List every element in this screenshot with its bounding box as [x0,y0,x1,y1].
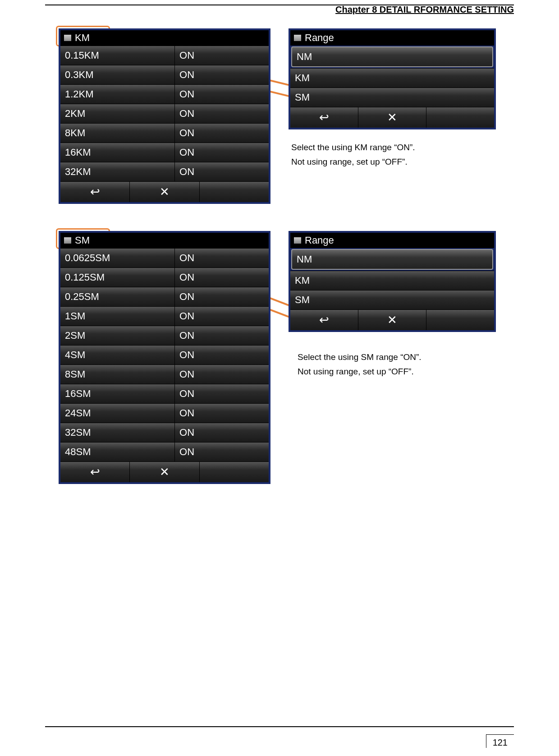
back-button[interactable]: ↩ [60,462,130,482]
back-icon: ↩ [90,185,100,199]
flag-icon [64,237,71,244]
range-value: ON [175,384,269,403]
range-unit-label: KM [290,271,494,290]
range-row[interactable]: 0.25SMON [60,287,269,306]
back-button[interactable]: ↩ [290,107,358,128]
panel-range-1: Range NMKMSM ↩ ✕ [289,28,496,129]
close-button[interactable]: ✕ [130,182,199,202]
panel-sm-ranges: SM 0.0625SMON0.125SMON0.25SMON1SMON2SMON… [59,231,270,484]
nav-empty [426,107,494,128]
range-row[interactable]: 4SMON [60,345,269,364]
desc-km: Select the using KM range “ON”. Not usin… [289,140,514,170]
range-label: 24SM [60,404,175,423]
range-unit-item[interactable]: NM [291,46,493,67]
footer-rule [45,726,514,727]
range-value: ON [175,365,269,384]
range-unit-item[interactable]: SM [290,88,494,107]
range-label: 1SM [60,307,175,326]
panel-range-2-title-text: Range [305,235,334,246]
range-label: 0.125SM [60,268,175,287]
range-label: 16KM [60,143,175,162]
range-value: ON [175,346,269,364]
range-value: ON [175,249,269,267]
close-button[interactable]: ✕ [358,310,426,330]
range-label: 32KM [60,162,175,181]
range-label: 8SM [60,365,175,384]
back-button[interactable]: ↩ [60,182,130,202]
section-km: KM 0.15KMON0.3KMON1.2KMON2KMON8KMON16KMO… [59,28,514,204]
range-row[interactable]: 1SMON [60,306,269,326]
desc-sm: Select the using SM range “ON”. Not usin… [289,350,514,379]
range-unit-label: KM [290,69,494,88]
range-unit-item[interactable]: SM [290,290,494,309]
range-value: ON [175,404,269,423]
close-button[interactable]: ✕ [130,462,199,482]
panel-sm-title-text: SM [75,235,90,246]
range-value: ON [175,124,269,143]
range-label: 8KM [60,124,175,143]
nav-bar-range-1: ↩ ✕ [290,107,494,128]
range-label: 16SM [60,384,175,403]
range-unit-item[interactable]: KM [290,271,494,290]
range-row[interactable]: 0.15KMON [60,46,269,65]
range-value: ON [175,85,269,104]
range-unit-label: SM [290,88,494,107]
desc-km-line1: Select the using KM range “ON”. [291,140,514,155]
range-value: ON [175,443,269,461]
range-value: ON [175,423,269,442]
panel-sm-title: SM [60,233,269,248]
range-label: 2SM [60,326,175,345]
close-icon: ✕ [160,465,170,479]
panel-km-ranges: KM 0.15KMON0.3KMON1.2KMON2KMON8KMON16KMO… [59,28,270,204]
panel-km-title-text: KM [75,32,90,44]
range-label: 4SM [60,346,175,364]
range-row[interactable]: 2SMON [60,326,269,345]
range-unit-item[interactable]: KM [290,68,494,88]
nav-bar-sm: ↩ ✕ [60,461,269,482]
range-unit-label: NM [292,250,492,269]
range-row[interactable]: 2KMON [60,104,269,123]
range-row[interactable]: 32SMON [60,423,269,442]
flag-icon [294,237,301,244]
range-row[interactable]: 1.2KMON [60,84,269,104]
range-row[interactable]: 0.125SMON [60,267,269,287]
panel-range-1-title-text: Range [305,32,334,44]
range-row[interactable]: 0.0625SMON [60,248,269,267]
range-value: ON [175,143,269,162]
page-number: 121 [486,734,514,748]
range-row[interactable]: 16SMON [60,384,269,403]
close-icon: ✕ [387,313,397,327]
range-row[interactable]: 0.3KMON [60,65,269,84]
back-icon: ↩ [319,313,329,327]
range-row[interactable]: 24SMON [60,403,269,423]
range-label: 2KM [60,104,175,123]
range-value: ON [175,326,269,345]
range-value: ON [175,287,269,306]
range-row[interactable]: 16KMON [60,143,269,162]
nav-empty [426,310,494,330]
range-label: 48SM [60,443,175,461]
range-label: 1.2KM [60,85,175,104]
range-label: 32SM [60,423,175,442]
range-label: 0.3KM [60,65,175,84]
back-button[interactable]: ↩ [290,310,358,330]
close-button[interactable]: ✕ [358,107,426,128]
range-row[interactable]: 32KMON [60,162,269,181]
back-icon: ↩ [90,465,100,479]
panel-km-title: KM [60,30,269,46]
range-row[interactable]: 8KMON [60,123,269,143]
close-icon: ✕ [387,111,397,124]
close-icon: ✕ [160,185,170,199]
range-row[interactable]: 8SMON [60,364,269,384]
range-value: ON [175,268,269,287]
range-row[interactable]: 48SMON [60,442,269,461]
chapter-header: Chapter 8 DETAIL RFORMANCE SETTING [45,5,514,15]
range-unit-label: NM [292,47,492,66]
range-unit-item[interactable]: NM [291,249,493,270]
section-sm: SM 0.0625SMON0.125SMON0.25SMON1SMON2SMON… [59,231,514,484]
range-value: ON [175,65,269,84]
panel-range-2: Range NMKMSM ↩ ✕ [289,231,496,332]
nav-empty [200,182,269,202]
range-value: ON [175,307,269,326]
back-icon: ↩ [319,111,329,124]
